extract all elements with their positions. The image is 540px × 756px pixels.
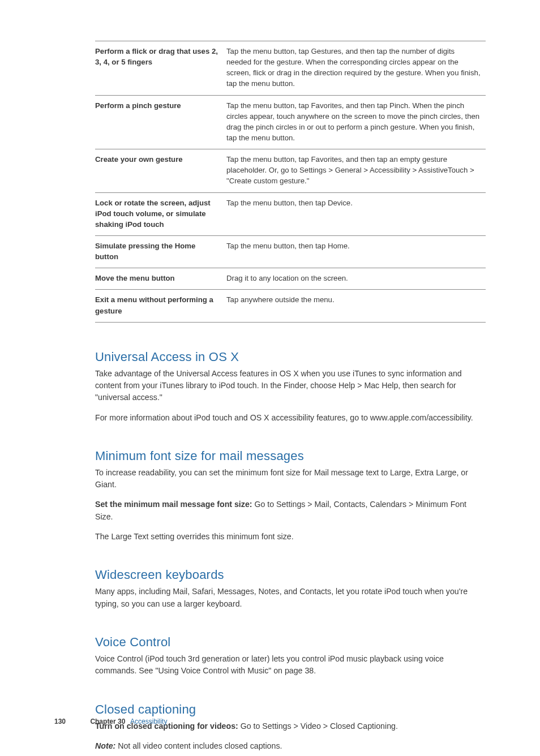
row-label: Perform a flick or drag that uses 2, 3, … [95,41,226,96]
table-row: Perform a pinch gesture Tap the menu but… [95,95,486,149]
page-content: Perform a flick or drag that uses 2, 3, … [0,0,540,752]
table-row: Perform a flick or drag that uses 2, 3, … [95,41,486,96]
inline-text: Not all video content includes closed ca… [118,741,282,750]
row-desc: Tap the menu button, then tap Home. [226,235,486,268]
heading-voice-control: Voice Control [95,635,486,650]
row-label: Perform a pinch gesture [95,95,226,149]
row-label: Exit a menu without performing a gesture [95,290,226,322]
row-label: Simulate pressing the Home button [95,235,226,268]
table-row: Exit a menu without performing a gesture… [95,290,486,322]
row-desc: Tap the menu button, tap Gestures, and t… [226,41,486,96]
body-text: For more information about iPod touch an… [95,412,486,424]
body-text: To increase readability, you can set the… [95,467,486,491]
chapter-label: Chapter 30 [90,718,125,725]
page-footer: 130 Chapter 30 Accessibility [54,718,167,725]
inline-italic: Note: [95,741,118,750]
table-row: Create your own gesture Tap the menu but… [95,149,486,192]
body-text: Take advantage of the Universal Access f… [95,368,486,404]
body-text: Note: Not all video content includes clo… [95,740,486,752]
table-row: Move the menu button Drag it to any loca… [95,268,486,290]
row-label: Move the menu button [95,268,226,290]
heading-widescreen: Widescreen keyboards [95,568,486,582]
table-row: Simulate pressing the Home button Tap th… [95,235,486,268]
heading-closed-captioning: Closed captioning [95,702,486,717]
row-desc: Tap the menu button, tap Favorites, and … [226,95,486,149]
row-label: Create your own gesture [95,149,226,192]
row-desc: Tap the menu button, tap Favorites, and … [226,149,486,192]
inline-bold: Set the minimum mail message font size: [95,500,254,509]
row-desc: Tap the menu button, then tap Device. [226,192,486,235]
row-label: Lock or rotate the screen, adjust iPod t… [95,192,226,235]
instructions-table: Perform a flick or drag that uses 2, 3, … [95,41,486,323]
row-desc: Drag it to any location on the screen. [226,268,486,290]
heading-universal-access: Universal Access in OS X [95,350,486,364]
body-text: Many apps, including Mail, Safari, Messa… [95,586,486,610]
inline-text: Go to Settings > Video > Closed Captioni… [241,721,398,731]
heading-min-font: Minimum font size for mail messages [95,449,486,463]
body-text: Voice Control (iPod touch 3rd generation… [95,653,486,677]
page-number: 130 [54,718,66,725]
table-row: Lock or rotate the screen, adjust iPod t… [95,192,486,235]
row-desc: Tap anywhere outside the menu. [226,290,486,322]
body-text: Set the minimum mail message font size: … [95,499,486,523]
body-text: The Large Text setting overrides this mi… [95,531,486,543]
chapter-name: Accessibility [130,718,167,725]
